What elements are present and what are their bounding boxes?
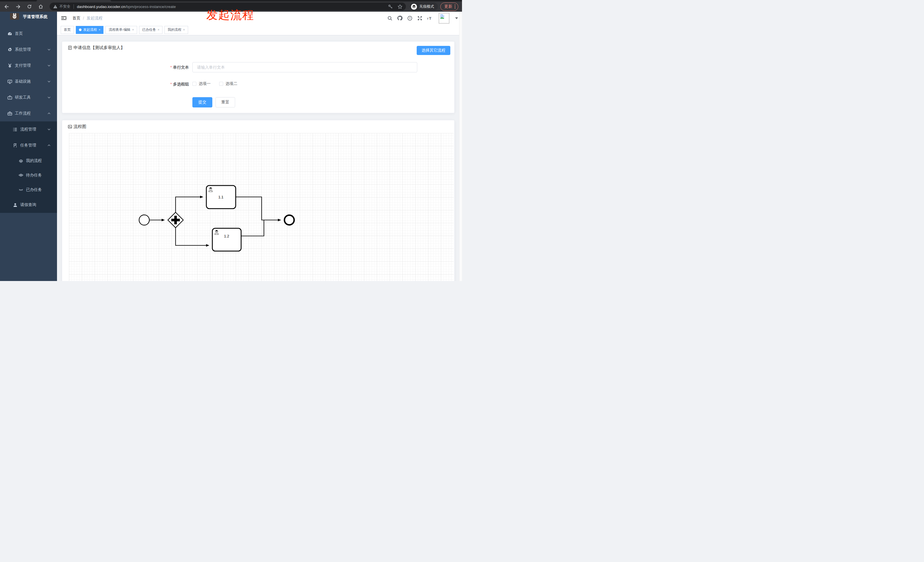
tab-label: 已办任务 [142,27,156,32]
reset-button[interactable]: 重置 [216,97,235,108]
github-icon[interactable] [397,15,402,21]
tab-4[interactable]: 已办任务× [139,26,162,34]
toolbox-icon [8,95,12,100]
checkbox-option-1[interactable]: 选项一 [192,81,211,86]
eye-closed-icon [18,187,23,192]
tab-1[interactable]: 首页 [61,26,74,34]
tab-3[interactable]: 流程表单-编辑× [105,26,137,34]
bpmn-user-task-1[interactable]: 1.1 [206,186,236,208]
bookmark-star-icon[interactable] [397,4,402,9]
dashboard-icon [8,31,12,36]
monitor-icon [8,79,12,84]
diagram-card-title: 流程图 [68,124,86,129]
breadcrumb-home[interactable]: 首页 [72,16,80,21]
flag-icon [13,143,18,148]
sidebar-item-6[interactable]: 工作流程 [0,105,57,121]
chevron-down-icon [47,128,51,131]
submit-button[interactable]: 提交 [192,97,212,108]
help-icon[interactable]: ? [407,15,412,21]
sidebar-item-label: 支付管理 [15,63,31,68]
sidebar-item-label: 系统管理 [15,47,31,52]
sidebar-item-10[interactable]: 待办任务 [0,168,57,182]
search-icon[interactable] [387,15,393,21]
gear-icon [8,47,12,52]
key-icon[interactable] [388,4,393,9]
avatar[interactable] [439,13,450,24]
close-icon[interactable]: × [158,28,159,31]
home-icon[interactable] [38,4,44,9]
briefcase-icon [8,111,12,116]
breadcrumb: 首页 / 发起流程 [72,12,103,24]
checkbox-label: 选项一 [199,81,211,86]
sidebar-item-label: 流程管理 [20,127,36,132]
browser-active-tab[interactable] [36,0,111,1]
diagram-card: 流程图 [62,120,454,281]
logo-row[interactable]: 芋道管理系统 [0,12,57,25]
sidebar-item-1[interactable]: 首页 [0,25,57,42]
flow-gateway-task2 [176,228,209,245]
font-size-icon[interactable]: TT [427,15,432,21]
flow-gateway-task1 [176,197,203,213]
browser-tab-strip [0,0,462,1]
security-label[interactable]: 不安全 [59,4,70,9]
sidebar-item-4[interactable]: 基础设施 [0,73,57,90]
fullscreen-icon[interactable] [417,15,422,21]
sidebar: 芋道管理系统 首页系统管理支付管理基础设施研发工具工作流程流程管理任务管理我的流… [0,12,57,281]
sidebar-item-5[interactable]: 研发工具 [0,90,57,105]
sidebar-fold-icon[interactable] [61,16,66,21]
chevron-down-icon [47,80,51,83]
single-line-text-input[interactable] [192,62,417,72]
checkbox-group-label: *多选框组 [132,79,189,89]
app-header: 首页 / 发起流程 ? TT [57,12,462,24]
checkbox-icon[interactable] [192,82,196,86]
forward-icon[interactable] [15,4,21,9]
update-label: 更新 [444,4,452,9]
chevron-down-icon [47,48,51,51]
yen-icon [8,63,12,68]
close-icon[interactable]: × [99,28,100,31]
sidebar-item-8[interactable]: 任务管理 [0,137,57,153]
person-icon [13,202,18,207]
broken-image-icon [440,13,445,19]
chevron-down-icon[interactable] [455,17,458,19]
sidebar-item-2[interactable]: 系统管理 [0,42,57,58]
checkbox-group: 选项一选项二 [192,79,237,89]
sidebar-item-label: 请假查询 [20,202,36,207]
app-title: 芋道管理系统 [23,14,48,19]
browser-menu-icon[interactable] [454,4,456,9]
sidebar-item-label: 待办任务 [26,173,42,178]
select-other-process-button[interactable]: 选择其它流程 [417,46,450,55]
sidebar-menu: 首页系统管理支付管理基础设施研发工具工作流程流程管理任务管理我的流程待办任务已办… [0,25,57,213]
sidebar-item-7[interactable]: 流程管理 [0,121,57,137]
incognito-label: 无痕模式 [419,4,434,9]
sidebar-item-11[interactable]: 已办任务 [0,182,57,197]
sidebar-item-3[interactable]: 支付管理 [0,58,57,73]
bpmn-user-task-2[interactable]: 1.2 [212,228,241,251]
header-actions: ? TT [387,12,458,24]
checkbox-option-2[interactable]: 选项二 [219,81,237,86]
sidebar-item-9[interactable]: 我的流程 [0,153,57,168]
url-separator [74,4,74,9]
tab-5[interactable]: 我的流程× [165,26,188,34]
bpmn-end-event[interactable] [285,215,294,225]
sidebar-item-12[interactable]: 请假查询 [0,197,57,213]
back-icon[interactable] [4,4,9,9]
active-dot [79,28,81,31]
sidebar-item-label: 任务管理 [20,143,36,148]
checkbox-icon[interactable] [219,82,223,86]
tab-2[interactable]: 发起流程× [76,26,104,34]
sidebar-item-label: 已办任务 [26,187,42,192]
page-tabs: 首页发起流程×流程表单-编辑×已办任务×我的流程× [57,24,462,35]
breadcrumb-separator: / [83,16,84,21]
bpmn-start-event[interactable] [139,215,149,225]
bpmn-canvas[interactable]: 1.1 1.2 [69,133,454,281]
bpmn-parallel-gateway[interactable] [168,212,183,228]
sidebar-item-label: 工作流程 [15,111,31,116]
update-button[interactable]: 更新 [440,3,458,11]
main-content: 申请信息【测试多审批人】 选择其它流程 *单行文本 *多选框组 选项一选项二 提… [57,35,462,281]
close-icon[interactable]: × [183,28,184,31]
reload-icon[interactable] [27,4,32,9]
close-icon[interactable]: × [132,28,134,31]
sidebar-item-label: 研发工具 [15,95,31,100]
scrollbar[interactable] [459,12,462,281]
